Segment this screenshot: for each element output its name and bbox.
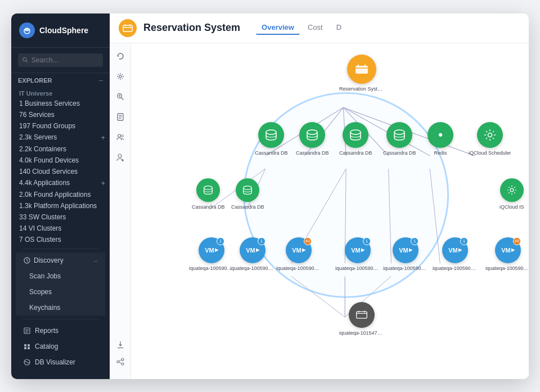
vm6-label: iquateqa-1005905900: [433, 265, 478, 271]
sidebar-nav-keychains[interactable]: Keychains: [16, 300, 105, 316]
explorer-collapse[interactable]: –: [99, 76, 103, 84]
node-vm2[interactable]: VM▶ 1 iquateqa-1005905921: [230, 237, 275, 271]
bottom-icon: [356, 309, 368, 321]
iqcloud-label: iQCloud IS: [500, 204, 524, 210]
sidebar-item-business-services[interactable]: 1 Business Services: [16, 98, 105, 109]
sidebar-nav-scan-jobs[interactable]: Scan Jobs: [16, 268, 105, 284]
db-icon-5: [202, 185, 214, 195]
vm2-circle[interactable]: VM▶ 1: [240, 237, 266, 263]
vm4-circle[interactable]: VM▶ 1: [345, 237, 371, 263]
vmx-text: VM▶: [501, 247, 515, 254]
refresh-icon[interactable]: [114, 50, 127, 62]
redis-circle[interactable]: •: [428, 122, 453, 148]
sidebar-item-vi-clusters[interactable]: 14 VI Clusters: [16, 223, 105, 234]
vm4-label: iquateqa-1005905923: [335, 265, 380, 271]
db5-circle[interactable]: [196, 178, 220, 202]
db1-label: Cassandra DB: [255, 150, 288, 156]
sidebar-item-found-groups[interactable]: 197 Found Groups: [16, 120, 105, 132]
svg-point-36: [122, 363, 124, 365]
tree-root-label: IT Universe: [16, 87, 105, 98]
node-vm4[interactable]: VM▶ 1 iquateqa-1005905923: [335, 237, 380, 271]
node-db2[interactable]: Cassandra DB: [296, 122, 329, 156]
discovery-section: Discovery – Scan Jobs Scopes Keychains: [16, 253, 105, 316]
vm5-text: VM▶: [399, 247, 412, 254]
node-vm6[interactable]: VM▶ 1 iquateqa-1005905900: [433, 237, 478, 271]
svg-rect-12: [28, 347, 30, 349]
db2-label: Cassandra DB: [296, 150, 329, 156]
svg-line-20: [121, 97, 123, 100]
discovery-subitems: Scan Jobs Scopes Keychains: [16, 268, 105, 316]
zoom-icon[interactable]: [114, 91, 127, 103]
vm1-badge: 1: [217, 237, 224, 245]
sidebar-item-services[interactable]: 76 Services: [16, 109, 105, 120]
node-db4[interactable]: Cassandra DB: [383, 122, 416, 156]
sidebar-item-found-applications[interactable]: 2.0k Found Applications: [16, 189, 105, 200]
node-db6[interactable]: Cassandra DB: [231, 178, 264, 210]
gear-icon: [484, 129, 496, 141]
tab-overview[interactable]: Overview: [256, 21, 300, 35]
search-input-wrap[interactable]: [18, 53, 103, 67]
node-db5[interactable]: Cassandra DB: [192, 178, 225, 210]
discovery-collapse[interactable]: –: [94, 257, 97, 264]
node-vm5[interactable]: VM▶ 1 iquateqa-1005905920: [383, 237, 428, 271]
topbar: Reservation System Overview Cost D: [110, 13, 529, 43]
share-icon[interactable]: [114, 355, 127, 368]
bottom-circle[interactable]: [349, 302, 375, 328]
main-content: Reservation System Overview Cost D: [110, 13, 529, 379]
sidebar-nav-catalog[interactable]: Catalog: [16, 339, 105, 354]
tab-d[interactable]: D: [331, 21, 347, 35]
db-icon-6: [242, 185, 253, 195]
root-circle[interactable]: [347, 55, 376, 84]
sidebar-item-servers[interactable]: 2.3k Servers+: [16, 132, 105, 143]
svg-rect-14: [123, 25, 132, 31]
node-vm1[interactable]: VM▶ 1 iquateqa-1005905919: [189, 237, 234, 271]
sidebar-item-sw-clusters[interactable]: 33 SW Clusters: [16, 211, 105, 223]
reservation-icon: [123, 24, 133, 33]
scheduler-circle[interactable]: [477, 122, 503, 148]
download-icon[interactable]: [114, 339, 127, 351]
vm1-circle[interactable]: VM▶ 1: [199, 237, 224, 263]
sidebar-item-applications[interactable]: 4.4k Applications+: [16, 177, 105, 189]
sidebar-item-containers[interactable]: 2.2k Containers: [16, 143, 105, 155]
sidebar-nav-db-visualizer[interactable]: DB Visualizer: [16, 354, 105, 370]
sidebar-nav-reports[interactable]: Reports: [16, 323, 105, 339]
node-vm3[interactable]: VM▶ 40 iquateqa-1005908277: [276, 237, 321, 271]
vm5-circle[interactable]: VM▶ 1: [393, 237, 418, 263]
db6-circle[interactable]: [236, 178, 259, 202]
svg-point-18: [119, 75, 122, 78]
db1-circle[interactable]: [258, 122, 284, 148]
vm6-circle[interactable]: VM▶ 1: [442, 237, 468, 263]
vm3-circle[interactable]: VM▶ 40: [286, 237, 312, 263]
vmx-circle[interactable]: VM▶ 46: [495, 237, 521, 263]
iqcloud-circle[interactable]: [500, 178, 524, 202]
node-vmx[interactable]: VM▶ 46 iquateqa-1005900589: [485, 237, 529, 271]
node-scheduler[interactable]: iQCloud Scheduler: [469, 122, 511, 156]
node-iqcloud[interactable]: iQCloud IS: [500, 178, 524, 210]
sidebar-item-found-devices[interactable]: 4.0k Found Devices: [16, 155, 105, 166]
document-icon[interactable]: [114, 111, 127, 123]
node-root[interactable]: Reservation System: [339, 55, 384, 92]
vmx-badge: 46: [513, 237, 521, 245]
node-db1[interactable]: Cassandra DB: [255, 122, 288, 156]
sidebar-item-os-clusters[interactable]: 7 OS Clusters: [16, 234, 105, 245]
settings-icon[interactable]: [114, 70, 127, 83]
vm2-text: VM▶: [246, 247, 259, 254]
node-bottom[interactable]: iquateqa-1015474018: [339, 302, 384, 336]
search-input[interactable]: [32, 56, 98, 64]
node-db3[interactable]: Cassandra DB: [339, 122, 372, 156]
db-icon-3: [349, 129, 362, 141]
db2-circle[interactable]: [299, 122, 325, 148]
sidebar-item-cloud-services[interactable]: 140 Cloud Services: [16, 166, 105, 177]
db-icon: [264, 129, 278, 141]
sidebar-nav-scopes[interactable]: Scopes: [16, 284, 105, 300]
sidebar-item-platform-applications[interactable]: 1.3k Platform Applications: [16, 200, 105, 211]
db3-circle[interactable]: [343, 122, 368, 148]
tab-cost[interactable]: Cost: [302, 21, 328, 35]
db4-circle[interactable]: [386, 122, 412, 148]
discovery-header[interactable]: Discovery –: [16, 253, 105, 268]
svg-point-63: [488, 133, 492, 137]
add-user-icon[interactable]: [114, 151, 127, 164]
users-icon[interactable]: [114, 131, 127, 143]
node-redis[interactable]: • Redis: [428, 122, 453, 156]
svg-line-37: [119, 359, 122, 361]
